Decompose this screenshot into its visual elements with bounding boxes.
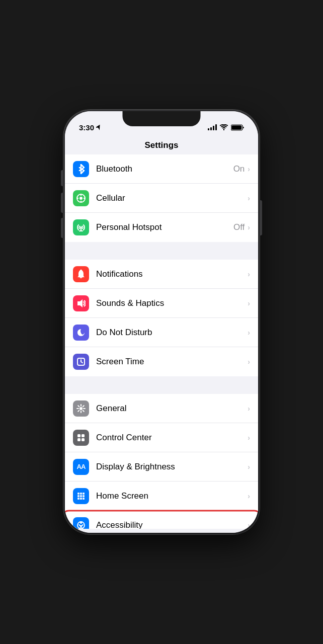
notifications-icon-wrapper (73, 266, 89, 282)
cellular-label: Cellular (96, 193, 245, 203)
cellular-icon (76, 194, 86, 203)
display-chevron: › (248, 463, 250, 471)
screen-time-icon-wrapper (73, 354, 89, 370)
general-icon (76, 404, 86, 413)
screen-time-icon (76, 357, 86, 366)
page-title: Settings (144, 140, 178, 150)
sounds-icon (76, 299, 86, 308)
dnd-label: Do Not Disturb (96, 328, 248, 338)
general-icon-wrapper (73, 400, 89, 417)
home-screen-icon (76, 492, 86, 501)
time-label: 3:30 (79, 123, 94, 132)
svg-rect-24 (77, 495, 79, 497)
signal-icon (208, 124, 217, 130)
home-screen-label: Home Screen (96, 491, 248, 501)
bluetooth-value: On (233, 164, 245, 174)
home-screen-chevron: › (248, 492, 250, 500)
svg-rect-22 (80, 493, 82, 495)
svg-rect-1 (231, 125, 241, 130)
svg-line-15 (81, 362, 83, 363)
settings-row-notifications[interactable]: Notifications › (65, 260, 258, 289)
general-label: General (96, 404, 248, 414)
control-center-icon (76, 433, 86, 442)
svg-rect-20 (82, 438, 85, 441)
settings-row-do-not-disturb[interactable]: Do Not Disturb › (65, 318, 258, 347)
status-time: 3:30 (79, 123, 101, 132)
accessibility-icon (76, 521, 86, 529)
svg-marker-12 (77, 299, 83, 307)
phone-frame: 3:30 (63, 110, 260, 534)
hotspot-icon-wrapper (73, 219, 89, 235)
dnd-icon-wrapper (73, 325, 89, 341)
svg-rect-21 (77, 493, 79, 495)
wifi-icon (220, 124, 228, 130)
notifications-icon (76, 269, 86, 279)
home-screen-icon-wrapper (73, 488, 89, 504)
nav-title: Settings (65, 136, 258, 154)
notifications-chevron: › (248, 270, 250, 278)
bluetooth-chevron: › (248, 165, 250, 173)
svg-point-3 (79, 197, 83, 200)
svg-rect-27 (77, 498, 79, 500)
settings-row-cellular[interactable]: Cellular › (65, 184, 258, 213)
settings-row-bluetooth[interactable]: Bluetooth On › (65, 154, 258, 184)
svg-rect-26 (83, 495, 85, 497)
phone-screen: 3:30 (65, 111, 258, 533)
settings-row-screen-time[interactable]: Screen Time › (65, 347, 258, 376)
bluetooth-label: Bluetooth (96, 164, 233, 174)
cellular-icon-wrapper (73, 190, 89, 206)
settings-row-general[interactable]: General › (65, 394, 258, 423)
sounds-label: Sounds & Haptics (96, 298, 248, 308)
control-center-icon-wrapper (73, 430, 89, 446)
screen-time-label: Screen Time (96, 357, 248, 367)
power-button (260, 200, 262, 235)
control-center-label: Control Center (96, 433, 248, 443)
section-general: General › Control (65, 394, 258, 529)
accessibility-chevron: › (248, 521, 250, 529)
control-center-chevron: › (248, 434, 250, 442)
display-icon-wrapper: AA (73, 459, 89, 475)
svg-rect-18 (82, 434, 85, 437)
section-notifications: Notifications › Sounds (65, 260, 258, 376)
section-gap-1 (65, 242, 258, 260)
settings-row-display[interactable]: AA Display & Brightness › (65, 452, 258, 481)
location-arrow-icon (96, 124, 101, 130)
settings-list: Bluetooth On › (65, 154, 258, 529)
dnd-icon (76, 328, 86, 337)
battery-icon (231, 124, 244, 131)
svg-point-16 (79, 407, 83, 410)
settings-row-personal-hotspot[interactable]: Personal Hotspot Off › (65, 213, 258, 242)
sounds-chevron: › (248, 299, 250, 307)
svg-rect-29 (83, 498, 85, 500)
section-gap-2 (65, 376, 258, 394)
cellular-chevron: › (248, 194, 250, 202)
dnd-chevron: › (248, 329, 250, 337)
general-chevron: › (248, 405, 250, 413)
settings-row-home-screen[interactable]: Home Screen › (65, 481, 258, 511)
hotspot-chevron: › (248, 223, 250, 231)
display-label: Display & Brightness (96, 462, 248, 472)
volume-up-button (61, 193, 63, 213)
svg-rect-25 (80, 495, 82, 497)
sounds-icon-wrapper (73, 295, 89, 311)
accessibility-label: Accessibility (96, 520, 248, 529)
hotspot-icon (76, 223, 86, 232)
svg-rect-23 (83, 493, 85, 495)
svg-rect-17 (77, 434, 80, 437)
volume-down-button (61, 218, 63, 238)
settings-row-control-center[interactable]: Control Center › (65, 423, 258, 452)
settings-row-accessibility[interactable]: Accessibility › (65, 511, 258, 529)
bluetooth-icon (76, 164, 86, 174)
notifications-label: Notifications (96, 269, 245, 279)
status-icons (208, 124, 244, 131)
svg-rect-19 (77, 438, 80, 441)
notch (123, 111, 201, 126)
section-connectivity: Bluetooth On › (65, 154, 258, 242)
hotspot-label: Personal Hotspot (96, 222, 233, 232)
hotspot-value: Off (233, 222, 245, 232)
svg-line-33 (81, 526, 82, 528)
screen-content: Settings Bluetooth On (65, 136, 258, 533)
bluetooth-icon-wrapper (73, 161, 89, 177)
settings-row-sounds-haptics[interactable]: Sounds & Haptics › (65, 289, 258, 318)
svg-point-11 (80, 269, 82, 271)
